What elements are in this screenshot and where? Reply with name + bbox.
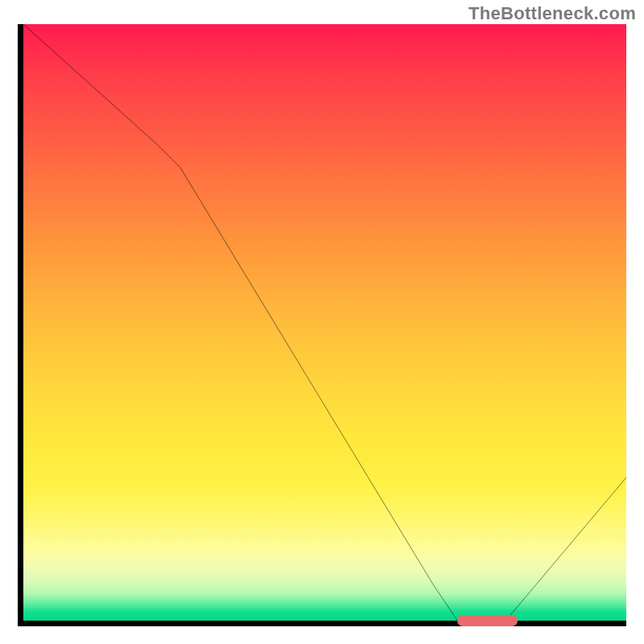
watermark-text: TheBottleneck.com	[469, 3, 636, 24]
plot-area	[18, 24, 626, 626]
bottleneck-curve	[23, 24, 626, 621]
optimum-marker	[457, 615, 518, 626]
